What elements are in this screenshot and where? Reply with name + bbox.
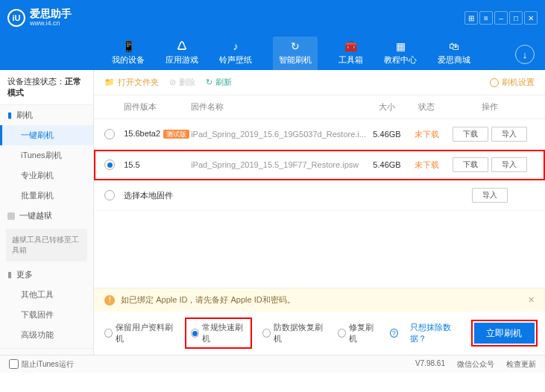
flash-mode-option[interactable]: 修复刷机 bbox=[338, 322, 378, 344]
nav-label: 爱思商城 bbox=[438, 54, 470, 66]
nav-icon: ↻ bbox=[289, 39, 302, 53]
sidebar-item[interactable]: 专业刷机 bbox=[0, 165, 93, 186]
download-button[interactable]: 下载 bbox=[453, 127, 488, 142]
firmware-radio[interactable] bbox=[104, 159, 115, 170]
nav-label: 铃声壁纸 bbox=[219, 54, 252, 66]
nav-3[interactable]: ↻智能刷机 bbox=[273, 37, 318, 70]
sidebar-section-more[interactable]: ▮更多 bbox=[0, 265, 93, 285]
block-itunes-checkbox[interactable]: 阻止iTunes运行 bbox=[9, 359, 74, 370]
refresh-button[interactable]: ↻刷新 bbox=[206, 77, 232, 88]
mode-label: 修复刷机 bbox=[349, 322, 378, 344]
nav-icon: 🧰 bbox=[344, 39, 358, 53]
app-logo: iU bbox=[7, 9, 25, 27]
gear-icon bbox=[490, 78, 499, 87]
open-folder-button[interactable]: 📁打开文件夹 bbox=[104, 77, 159, 88]
mode-radio[interactable] bbox=[338, 329, 346, 338]
local-import-button[interactable]: 导入 bbox=[472, 188, 508, 203]
download-manager-button[interactable]: ↓ bbox=[515, 45, 535, 64]
sidebar-item[interactable]: 高级功能 bbox=[0, 325, 93, 345]
flash-now-button[interactable]: 立即刷机 bbox=[474, 323, 535, 344]
menu-icon[interactable]: ≡ bbox=[479, 11, 493, 25]
connection-status: 设备连接状态：正常模式 bbox=[0, 70, 93, 105]
col-size: 大小 bbox=[366, 101, 408, 113]
mode-label: 防数据恢复刷机 bbox=[274, 322, 325, 344]
nav-label: 教程中心 bbox=[384, 54, 417, 66]
sidebar-section-jailbreak[interactable]: 一键越狱 bbox=[0, 206, 93, 226]
flash-mode-option[interactable]: 防数据恢复刷机 bbox=[262, 322, 325, 344]
firmware-status: 未下载 bbox=[408, 129, 445, 140]
download-button[interactable]: 下载 bbox=[453, 157, 488, 172]
warning-text: 如已绑定 Apple ID，请先备好 Apple ID和密码。 bbox=[121, 294, 295, 306]
minimize-icon[interactable]: – bbox=[494, 11, 508, 25]
sidebar-item[interactable]: iTunes刷机 bbox=[0, 145, 93, 165]
mode-label: 保留用户资料刷机 bbox=[116, 322, 174, 344]
sidebar-section-flash[interactable]: ▮刷机 bbox=[0, 105, 93, 125]
nav-6[interactable]: 🛍爱思商城 bbox=[438, 39, 470, 70]
nav-5[interactable]: ▦教程中心 bbox=[384, 39, 417, 70]
nav-icon: 🛍 bbox=[447, 39, 461, 53]
nav-label: 应用游戏 bbox=[166, 54, 198, 66]
delete-button: ⊘删除 bbox=[169, 77, 195, 88]
sidebar-item[interactable]: 批量刷机 bbox=[0, 186, 93, 206]
firmware-version: 15.5 bbox=[124, 160, 191, 169]
nav-0[interactable]: 📱我的设备 bbox=[112, 39, 145, 70]
nav-4[interactable]: 🧰工具箱 bbox=[338, 39, 363, 70]
jailbreak-notice: 越狱工具已转移至工具箱 bbox=[6, 229, 87, 262]
erase-only-link[interactable]: 只想抹除数据？ bbox=[410, 322, 462, 344]
col-version: 固件版本 bbox=[124, 101, 191, 113]
wechat-link[interactable]: 微信公众号 bbox=[457, 359, 494, 370]
firmware-radio[interactable] bbox=[104, 129, 115, 139]
firmware-status: 未下载 bbox=[408, 159, 445, 171]
nav-label: 工具箱 bbox=[338, 54, 363, 66]
nav-icon: ♪ bbox=[229, 39, 242, 53]
refresh-icon: ↻ bbox=[206, 78, 212, 87]
flash-settings-button[interactable]: 刷机设置 bbox=[490, 77, 535, 88]
close-icon[interactable]: ✕ bbox=[524, 11, 538, 25]
sidebar-item[interactable]: 一键刷机 bbox=[0, 125, 93, 145]
flash-mode-option[interactable]: 常规快速刷机 bbox=[186, 319, 251, 347]
check-update-link[interactable]: 检查更新 bbox=[506, 359, 536, 370]
mode-radio[interactable] bbox=[104, 329, 113, 338]
local-firmware-radio[interactable] bbox=[104, 190, 115, 200]
import-button[interactable]: 导入 bbox=[491, 157, 527, 172]
firmware-row[interactable]: 15.5iPad_Spring_2019_15.5_19F77_Restore.… bbox=[94, 150, 545, 180]
firmware-row[interactable]: 15.6beta2测试版iPad_Spring_2019_15.6_19G503… bbox=[94, 119, 545, 150]
nav-label: 我的设备 bbox=[112, 54, 145, 66]
local-firmware-label[interactable]: 选择本地固件 bbox=[124, 190, 173, 201]
sidebar-item[interactable]: 下载固件 bbox=[0, 305, 93, 325]
col-filename: 固件名称 bbox=[191, 101, 366, 113]
mode-label: 常规快速刷机 bbox=[202, 322, 246, 344]
nav-icon: ▦ bbox=[394, 39, 407, 53]
delete-icon: ⊘ bbox=[169, 78, 176, 87]
firmware-size: 5.46GB bbox=[366, 160, 408, 169]
import-button[interactable]: 导入 bbox=[491, 127, 527, 142]
nav-1[interactable]: 🛆应用游戏 bbox=[166, 39, 198, 70]
maximize-icon[interactable]: □ bbox=[509, 11, 523, 25]
lock-icon bbox=[7, 212, 15, 220]
firmware-version: 15.6beta2测试版 bbox=[124, 129, 191, 139]
mode-radio[interactable] bbox=[262, 329, 271, 338]
sidebar-item[interactable]: 其他工具 bbox=[0, 285, 93, 305]
col-ops: 操作 bbox=[445, 101, 535, 113]
nav-icon: 📱 bbox=[122, 39, 135, 53]
info-icon[interactable]: ? bbox=[390, 329, 398, 338]
nav-icon: 🛆 bbox=[175, 39, 189, 53]
firmware-filename: iPad_Spring_2019_15.6_19G5037d_Restore.i… bbox=[191, 130, 366, 139]
beta-tag: 测试版 bbox=[163, 130, 189, 139]
warning-icon: ! bbox=[104, 295, 115, 306]
app-url: www.i4.cn bbox=[30, 20, 72, 28]
col-status: 状态 bbox=[408, 101, 445, 113]
nav-2[interactable]: ♪铃声壁纸 bbox=[219, 39, 252, 70]
version-label: V7.98.61 bbox=[415, 359, 445, 370]
firmware-filename: iPad_Spring_2019_15.5_19F77_Restore.ipsw bbox=[191, 160, 366, 169]
flash-mode-option[interactable]: 保留用户资料刷机 bbox=[104, 322, 174, 344]
firmware-size: 5.46GB bbox=[366, 130, 408, 139]
nav-label: 智能刷机 bbox=[279, 54, 312, 66]
mode-radio[interactable] bbox=[191, 329, 199, 338]
app-name: 爱思助手 bbox=[30, 8, 72, 19]
warning-close-button[interactable]: ✕ bbox=[528, 295, 535, 305]
grid-icon[interactable]: ⊞ bbox=[464, 11, 478, 25]
folder-icon: 📁 bbox=[104, 78, 115, 87]
